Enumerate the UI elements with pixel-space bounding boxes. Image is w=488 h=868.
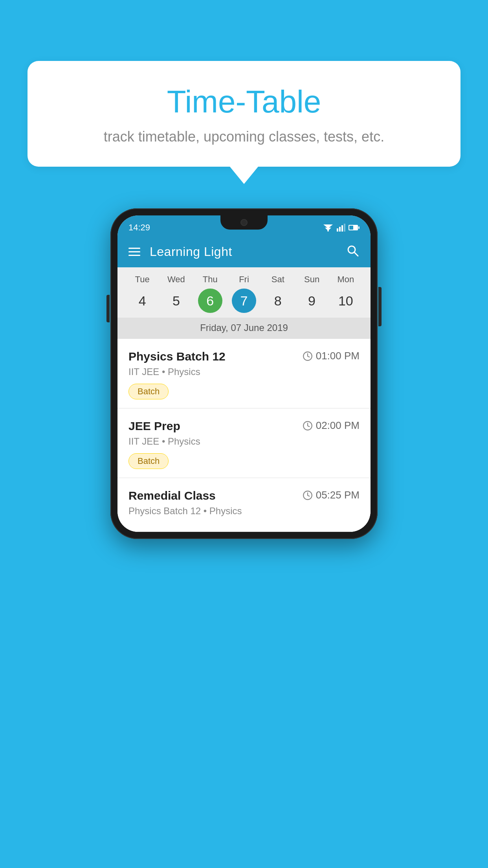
schedule-item[interactable]: JEE Prep 02:00 PM IIT JEE • PhysicsBatch: [117, 408, 371, 478]
day-number[interactable]: 9: [300, 289, 324, 313]
day-number[interactable]: 4: [130, 289, 154, 313]
phone-notch: [220, 215, 268, 230]
day-number[interactable]: 10: [334, 289, 358, 313]
clock-icon: [303, 421, 313, 431]
svg-rect-5: [341, 225, 343, 232]
schedule-title: Remedial Class: [128, 489, 216, 502]
time-text: 02:00 PM: [316, 419, 360, 432]
schedule-subtitle: IIT JEE • Physics: [128, 366, 360, 377]
schedule-item[interactable]: Remedial Class 05:25 PM Physics Batch 12…: [117, 478, 371, 532]
calendar-day[interactable]: Fri7: [227, 274, 261, 313]
day-name: Tue: [135, 274, 150, 285]
batch-tag: Batch: [128, 384, 169, 399]
day-number[interactable]: 8: [266, 289, 290, 313]
day-name: Sun: [304, 274, 319, 285]
time-text: 01:00 PM: [316, 350, 360, 362]
calendar-day[interactable]: Mon10: [329, 274, 363, 313]
speech-bubble-section: Time-Table track timetable, upcoming cla…: [28, 61, 460, 184]
schedule-item-header: Physics Batch 12 01:00 PM: [128, 350, 360, 363]
status-icons: [323, 224, 360, 232]
speech-bubble: Time-Table track timetable, upcoming cla…: [28, 61, 460, 167]
schedule-item-header: JEE Prep 02:00 PM: [128, 419, 360, 433]
svg-rect-9: [358, 226, 360, 229]
calendar-day[interactable]: Sat8: [261, 274, 295, 313]
day-number[interactable]: 6: [198, 289, 222, 313]
app-title: Learning Light: [150, 245, 337, 259]
phone-screen: 14:29: [117, 215, 371, 532]
schedule-title: Physics Batch 12: [128, 350, 226, 363]
day-name: Fri: [239, 274, 249, 285]
schedule-title: JEE Prep: [128, 419, 180, 433]
svg-rect-8: [349, 226, 353, 230]
selected-date-label: Friday, 07 June 2019: [117, 318, 371, 339]
day-number[interactable]: 7: [232, 289, 256, 313]
wifi-icon: [323, 224, 334, 232]
signal-icon: [337, 224, 345, 232]
svg-rect-3: [337, 228, 338, 232]
speech-bubble-arrow: [230, 167, 258, 184]
schedule-item-header: Remedial Class 05:25 PM: [128, 489, 360, 502]
day-name: Mon: [337, 274, 354, 285]
svg-point-2: [327, 230, 329, 232]
schedule-time: 01:00 PM: [303, 350, 360, 362]
calendar-day[interactable]: Wed5: [159, 274, 193, 313]
schedule-list: Physics Batch 12 01:00 PM IIT JEE • Phys…: [117, 339, 371, 532]
schedule-time: 02:00 PM: [303, 419, 360, 432]
speech-bubble-title: Time-Table: [51, 85, 437, 119]
hamburger-menu-icon[interactable]: [128, 248, 140, 256]
schedule-item[interactable]: Physics Batch 12 01:00 PM IIT JEE • Phys…: [117, 339, 371, 408]
svg-marker-1: [323, 224, 333, 228]
clock-icon: [303, 490, 313, 500]
battery-icon: [349, 224, 360, 231]
time-text: 05:25 PM: [316, 489, 360, 501]
svg-rect-4: [339, 227, 341, 232]
calendar-section: Tue4Wed5Thu6Fri7Sat8Sun9Mon10 Friday, 07…: [117, 267, 371, 339]
schedule-subtitle: Physics Batch 12 • Physics: [128, 506, 360, 517]
day-name: Sat: [272, 274, 284, 285]
day-name: Thu: [203, 274, 218, 285]
phone-screen-wrapper: 14:29: [117, 215, 371, 532]
batch-tag: Batch: [128, 453, 169, 469]
phone-camera: [240, 219, 248, 226]
app-bar: Learning Light: [117, 236, 371, 267]
calendar-day[interactable]: Thu6: [193, 274, 227, 313]
svg-rect-6: [344, 224, 345, 232]
calendar-day[interactable]: Tue4: [125, 274, 159, 313]
days-row: Tue4Wed5Thu6Fri7Sat8Sun9Mon10: [117, 274, 371, 313]
phone-device: 14:29: [110, 208, 378, 539]
clock-icon: [303, 351, 313, 361]
schedule-subtitle: IIT JEE • Physics: [128, 436, 360, 447]
status-time: 14:29: [128, 223, 150, 233]
svg-line-11: [354, 252, 358, 256]
day-number[interactable]: 5: [164, 289, 188, 313]
phone-outer: 14:29: [110, 208, 378, 539]
day-name: Wed: [167, 274, 185, 285]
search-icon[interactable]: [346, 244, 360, 259]
schedule-time: 05:25 PM: [303, 489, 360, 501]
speech-bubble-subtitle: track timetable, upcoming classes, tests…: [51, 129, 437, 145]
calendar-day[interactable]: Sun9: [295, 274, 328, 313]
